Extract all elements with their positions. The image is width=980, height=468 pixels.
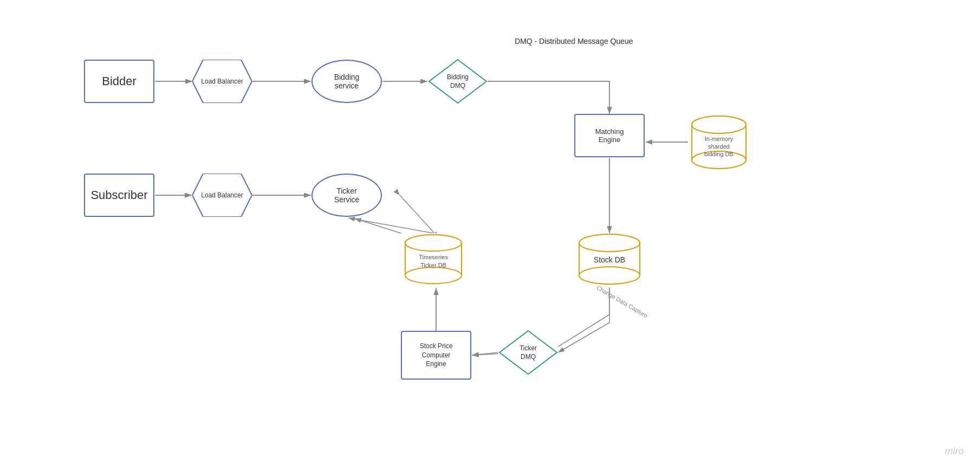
svg-line-9 bbox=[400, 195, 434, 233]
svg-text:DMQ: DMQ bbox=[521, 353, 536, 361]
svg-line-57 bbox=[472, 352, 498, 355]
svg-line-56 bbox=[355, 219, 401, 233]
stock-db-node: Stock DB bbox=[574, 233, 645, 287]
svg-text:In-memory: In-memory bbox=[705, 136, 734, 142]
svg-text:bidding DB: bidding DB bbox=[704, 151, 734, 157]
svg-text:Stock DB: Stock DB bbox=[594, 255, 625, 264]
svg-text:Load Balancer: Load Balancer bbox=[201, 78, 243, 85]
svg-text:Ticker: Ticker bbox=[520, 344, 537, 352]
dmq-title-label: DMQ - Distributed Message Queue bbox=[515, 37, 633, 46]
timeseries-db-node: Timeseries Ticker DB bbox=[401, 233, 466, 287]
svg-line-10 bbox=[348, 218, 433, 233]
stock-price-engine-node: Stock Price Computer Engine bbox=[401, 331, 471, 380]
svg-text:Timeseries: Timeseries bbox=[419, 254, 448, 260]
ticker-dmq-node: Ticker DMQ bbox=[498, 330, 558, 375]
svg-text:sharded: sharded bbox=[708, 143, 730, 150]
svg-text:Ticker DB: Ticker DB bbox=[420, 262, 446, 268]
svg-point-41 bbox=[405, 235, 462, 251]
in-memory-db-node: In-memory sharded bidding DB bbox=[688, 114, 750, 171]
load-balancer-1-node: Load Balancer bbox=[192, 60, 252, 103]
svg-point-34 bbox=[579, 234, 640, 252]
bidding-service-node: Bidding service bbox=[311, 60, 382, 103]
svg-point-40 bbox=[405, 267, 462, 284]
bidder-node: Bidder bbox=[84, 60, 154, 103]
svg-point-33 bbox=[579, 267, 640, 284]
svg-point-23 bbox=[692, 116, 746, 133]
matching-engine-node: Matching Engine bbox=[574, 114, 645, 157]
diagram: DMQ - Distributed Message Queue Bidder L… bbox=[0, 0, 980, 468]
bidding-dmq-node: Bidding DMQ bbox=[428, 59, 488, 104]
svg-marker-15 bbox=[429, 60, 486, 103]
change-data-capture-label: Change Data Capture bbox=[595, 284, 649, 319]
svg-text:DMQ: DMQ bbox=[450, 82, 465, 89]
ticker-service-node: Ticker Service bbox=[311, 174, 382, 217]
svg-marker-44 bbox=[499, 331, 557, 374]
miro-logo: miro bbox=[945, 446, 964, 457]
svg-text:Bidding: Bidding bbox=[447, 73, 469, 81]
svg-text:Load Balancer: Load Balancer bbox=[201, 191, 243, 199]
subscriber-node: Subscriber bbox=[84, 174, 154, 217]
load-balancer-2-node: Load Balancer bbox=[192, 174, 252, 217]
